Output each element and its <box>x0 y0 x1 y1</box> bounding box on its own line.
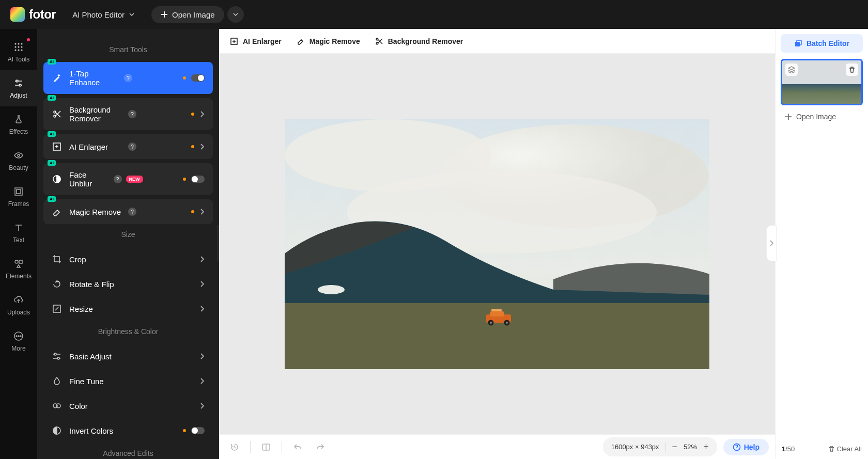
svg-point-7 <box>18 49 19 51</box>
contrast-icon <box>52 174 62 184</box>
clear-all-button[interactable]: Clear All <box>828 445 862 453</box>
canvas-tool-magic-remove[interactable]: Magic Remove <box>296 37 360 46</box>
nav-label: Adjust <box>10 92 27 99</box>
canvas-main[interactable] <box>219 54 775 434</box>
tool-ai-enlarger[interactable]: AI AI Enlarger ? <box>43 134 213 159</box>
undo-button[interactable] <box>288 438 307 456</box>
redo-button[interactable] <box>311 438 330 456</box>
compare-icon <box>261 442 271 452</box>
svg-point-28 <box>56 404 60 408</box>
svg-point-0 <box>14 43 16 44</box>
nav-item-ai-tools[interactable]: AI Tools <box>0 34 37 70</box>
tool-color[interactable]: Color <box>43 393 213 418</box>
svg-rect-15 <box>19 260 22 263</box>
pro-dot-icon <box>183 429 186 432</box>
nav-item-elements[interactable]: Elements <box>0 251 37 287</box>
page-total: /50 <box>785 445 795 453</box>
nav-item-uploads[interactable]: Uploads <box>0 287 37 323</box>
nav-label: AI Tools <box>8 56 29 63</box>
help-icon[interactable]: ? <box>128 208 136 216</box>
svg-point-3 <box>14 46 16 48</box>
redo-icon <box>316 442 325 452</box>
new-badge: NEW <box>126 176 143 183</box>
nav-item-text[interactable]: Text <box>0 215 37 251</box>
tool-one-tap-enhance[interactable]: AI 1-Tap Enhance ? <box>43 62 213 94</box>
image-thumbnail[interactable] <box>781 59 863 105</box>
help-icon[interactable]: ? <box>124 74 132 82</box>
header: fotor AI Photo Editor Open Image <box>0 0 868 29</box>
tool-label: AI Enlarger <box>69 143 124 151</box>
canvas-tool-ai-enlarger[interactable]: AI Enlarger <box>229 37 282 46</box>
plus-icon <box>161 11 168 18</box>
svg-point-19 <box>20 336 21 337</box>
nav-item-frames[interactable]: Frames <box>0 179 37 215</box>
help-icon[interactable]: ? <box>128 110 136 118</box>
collapse-panel-button[interactable] <box>217 225 219 261</box>
tool-face-unblur[interactable]: AI Face Unblur ? NEW <box>43 163 213 195</box>
tool-invert-colors[interactable]: Invert Colors <box>43 418 213 443</box>
tool-label: 1-Tap Enhance <box>69 69 120 87</box>
nav-item-adjust[interactable]: Adjust <box>0 70 37 106</box>
nav-item-beauty[interactable]: Beauty <box>0 143 37 179</box>
svg-rect-12 <box>15 188 22 195</box>
tool-resize[interactable]: Resize <box>43 296 213 321</box>
svg-point-20 <box>54 111 56 113</box>
delete-thumbnail-button[interactable] <box>846 64 858 76</box>
right-panel-footer: 1/50 Clear All <box>781 442 863 454</box>
svg-point-10 <box>19 84 21 86</box>
tool-crop[interactable]: Crop <box>43 247 213 272</box>
open-image-options-button[interactable] <box>227 6 244 23</box>
expand-panel-button[interactable] <box>766 225 777 261</box>
help-button[interactable]: Help <box>723 439 769 455</box>
help-icon[interactable]: ? <box>128 143 136 151</box>
svg-point-9 <box>16 80 18 82</box>
help-icon <box>733 443 741 451</box>
nav-item-effects[interactable]: Effects <box>0 106 37 143</box>
help-icon[interactable]: ? <box>114 175 122 183</box>
canvas-footer: 1600px × 943px − 52% + Help <box>219 434 775 459</box>
nav-label: More <box>11 345 25 352</box>
svg-point-26 <box>57 357 59 359</box>
nav-label: Beauty <box>9 164 28 171</box>
zoom-out-button[interactable]: − <box>672 441 678 452</box>
pro-dot-icon <box>191 113 194 116</box>
ai-badge: AI <box>48 59 56 65</box>
layers-button[interactable] <box>785 64 798 76</box>
brand-logo[interactable]: fotor <box>10 7 56 22</box>
batch-editor-button[interactable]: Batch Editor <box>781 34 863 53</box>
open-image-button[interactable]: Open Image <box>151 6 224 23</box>
pro-dot-icon <box>183 178 186 181</box>
toggle-switch[interactable] <box>191 176 205 183</box>
divider <box>250 441 251 453</box>
chevron-right-icon <box>199 256 205 263</box>
nav-item-more[interactable]: More <box>0 323 37 359</box>
chevron-right-icon <box>199 110 205 118</box>
stack-icon <box>794 39 802 48</box>
tool-basic-adjust[interactable]: Basic Adjust <box>43 344 213 369</box>
mode-selector[interactable]: AI Photo Editor <box>66 6 141 23</box>
history-button[interactable] <box>225 438 244 456</box>
tool-magic-remove[interactable]: AI Magic Remove ? <box>43 199 213 224</box>
tool-fine-tune[interactable]: Fine Tune <box>43 369 213 393</box>
zoom-control: 1600px × 943px − 52% + <box>603 437 717 456</box>
divider <box>665 442 666 452</box>
open-image-label: Open Image <box>172 10 215 19</box>
tool-background-remover[interactable]: AI Background Remover ? <box>43 98 213 130</box>
enlarge-icon <box>229 37 239 46</box>
toggle-switch[interactable] <box>191 427 205 434</box>
toggle-switch[interactable] <box>191 74 205 82</box>
help-label: Help <box>744 443 760 451</box>
eye-icon <box>13 150 24 161</box>
canvas-tool-background-remover[interactable]: Background Remover <box>375 37 463 46</box>
wand-icon <box>52 73 62 83</box>
frame-icon <box>13 186 24 197</box>
open-image-right-button[interactable]: Open Image <box>781 105 863 128</box>
zoom-in-button[interactable]: + <box>703 441 709 452</box>
canvas-tool-label: Background Remover <box>388 37 463 45</box>
brand-name: fotor <box>29 7 56 22</box>
canvas-tool-label: AI Enlarger <box>243 37 282 45</box>
compare-button[interactable] <box>257 438 275 456</box>
divider <box>282 441 282 453</box>
canvas-image[interactable] <box>285 119 709 369</box>
tool-rotate-flip[interactable]: Rotate & Flip <box>43 272 213 296</box>
